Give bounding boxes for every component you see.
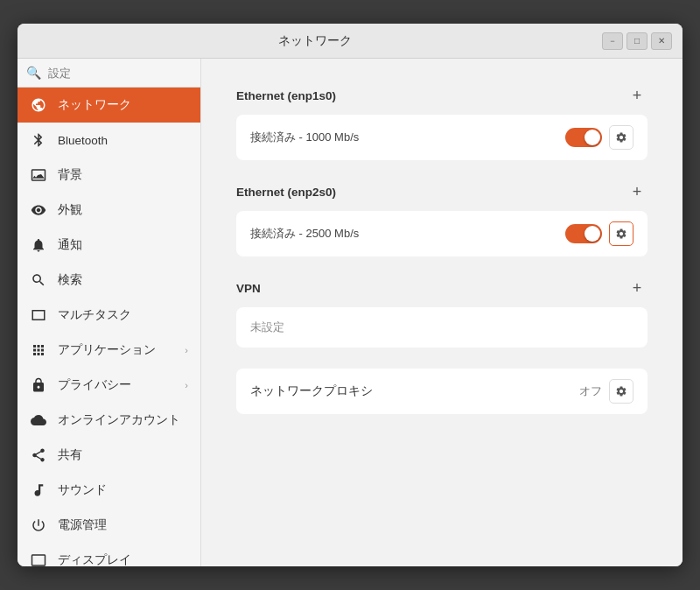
- titlebar: ネットワーク － □ ✕: [18, 24, 682, 59]
- proxy-card[interactable]: ネットワークプロキシオフ: [236, 369, 648, 414]
- bluetooth-icon: [30, 131, 47, 149]
- card-row-controls-ethernet2-0: [565, 221, 634, 246]
- card-row-label-ethernet1-0: 接続済み - 1000 Mb/s: [250, 130, 565, 145]
- applications-icon: [30, 341, 47, 359]
- section-ethernet1: Ethernet (enp1s0)+接続済み - 1000 Mb/s: [236, 85, 648, 160]
- sidebar-item-label-notifications: 通知: [58, 237, 188, 253]
- proxy-gear-button[interactable]: [609, 379, 634, 404]
- sidebar-item-search[interactable]: 検索: [18, 263, 200, 298]
- section-vpn: VPN+未設定: [236, 277, 648, 348]
- toggle-ethernet1-0[interactable]: [565, 128, 602, 147]
- sidebar-item-appearance[interactable]: 外観: [18, 193, 200, 228]
- card-ethernet1: 接続済み - 1000 Mb/s: [236, 115, 648, 160]
- sidebar-item-label-applications: アプリケーション: [58, 342, 174, 358]
- notifications-icon: [30, 236, 47, 254]
- settings-window: ネットワーク － □ ✕ 🔍 ☰ ネットワークBluetooth背景外観通知検索…: [18, 24, 682, 566]
- window-title: ネットワーク: [28, 33, 602, 49]
- maximize-button[interactable]: □: [626, 32, 648, 50]
- appearance-icon: [30, 201, 47, 219]
- section-header-vpn: VPN+: [236, 277, 648, 299]
- sidebar-item-power[interactable]: 電源管理: [18, 508, 200, 543]
- sidebar-item-sound[interactable]: サウンド: [18, 473, 200, 508]
- gear-button-ethernet2-0[interactable]: [609, 221, 634, 246]
- section-title-ethernet1: Ethernet (enp1s0): [236, 89, 336, 102]
- sidebar-item-network[interactable]: ネットワーク: [18, 88, 200, 123]
- sidebar-item-label-sharing: 共有: [58, 447, 188, 463]
- chevron-right-icon: ›: [185, 345, 188, 355]
- sidebar-item-label-multitask: マルチタスク: [58, 307, 188, 323]
- privacy-icon: [30, 376, 47, 394]
- sidebar-item-background[interactable]: 背景: [18, 158, 200, 193]
- section-add-ethernet2[interactable]: +: [626, 181, 648, 202]
- proxy-status: オフ: [579, 383, 602, 399]
- sidebar-item-label-online-accounts: オンラインアカウント: [58, 412, 188, 428]
- search-icon: 🔍: [26, 66, 41, 80]
- multitask-icon: [30, 306, 47, 324]
- sidebar-items: ネットワークBluetooth背景外観通知検索マルチタスクアプリケーション›プラ…: [18, 88, 200, 566]
- sidebar-item-label-background: 背景: [58, 167, 188, 183]
- sidebar-item-label-sound: サウンド: [58, 482, 188, 498]
- sidebar-item-applications[interactable]: アプリケーション›: [18, 333, 200, 368]
- card-row-ethernet2-0: 接続済み - 2500 Mb/s: [236, 211, 648, 256]
- vpn-empty-card: 未設定: [236, 307, 648, 348]
- sidebar-item-label-appearance: 外観: [58, 202, 188, 218]
- sidebar-item-notifications[interactable]: 通知: [18, 228, 200, 263]
- card-row-ethernet1-0: 接続済み - 1000 Mb/s: [236, 115, 648, 160]
- main-content: Ethernet (enp1s0)+接続済み - 1000 Mb/sEthern…: [201, 59, 682, 566]
- sidebar-item-multitask[interactable]: マルチタスク: [18, 298, 200, 333]
- minimize-button[interactable]: －: [602, 32, 623, 50]
- window-controls: － □ ✕: [602, 32, 672, 50]
- display-icon: [30, 551, 47, 566]
- sidebar-item-label-privacy: プライバシー: [58, 377, 174, 393]
- section-add-vpn[interactable]: +: [626, 277, 648, 299]
- sidebar-item-label-bluetooth: Bluetooth: [58, 134, 188, 147]
- sidebar-item-label-power: 電源管理: [58, 517, 188, 533]
- sidebar-item-online-accounts[interactable]: オンラインアカウント: [18, 403, 200, 438]
- sidebar: 🔍 ☰ ネットワークBluetooth背景外観通知検索マルチタスクアプリケーショ…: [18, 59, 201, 566]
- sidebar-item-display[interactable]: ディスプレイ: [18, 543, 200, 566]
- close-button[interactable]: ✕: [651, 32, 672, 50]
- sidebar-item-label-search: 検索: [58, 272, 188, 288]
- online-accounts-icon: [30, 411, 47, 429]
- sidebar-item-label-display: ディスプレイ: [58, 552, 188, 566]
- section-add-ethernet1[interactable]: +: [626, 85, 648, 106]
- sound-icon: [30, 481, 47, 499]
- section-proxy: ネットワークプロキシオフ: [236, 369, 648, 414]
- section-header-ethernet1: Ethernet (enp1s0)+: [236, 85, 648, 106]
- content-area: 🔍 ☰ ネットワークBluetooth背景外観通知検索マルチタスクアプリケーショ…: [18, 59, 682, 566]
- sidebar-search-bar: 🔍 ☰: [18, 59, 200, 88]
- section-title-vpn: VPN: [236, 282, 261, 295]
- proxy-label: ネットワークプロキシ: [250, 383, 579, 399]
- sidebar-item-bluetooth[interactable]: Bluetooth: [18, 123, 200, 158]
- toggle-ethernet2-0[interactable]: [565, 224, 602, 243]
- search-icon: [30, 271, 47, 289]
- section-ethernet2: Ethernet (enp2s0)+接続済み - 2500 Mb/s: [236, 181, 648, 256]
- card-row-label-ethernet2-0: 接続済み - 2500 Mb/s: [250, 226, 565, 242]
- search-input[interactable]: [48, 67, 195, 80]
- sidebar-item-sharing[interactable]: 共有: [18, 438, 200, 473]
- card-row-controls-ethernet1-0: [565, 125, 634, 150]
- sidebar-item-label-network: ネットワーク: [58, 97, 188, 113]
- section-header-ethernet2: Ethernet (enp2s0)+: [236, 181, 648, 202]
- network-icon: [30, 96, 47, 114]
- card-ethernet2: 接続済み - 2500 Mb/s: [236, 211, 648, 256]
- chevron-right-icon: ›: [185, 380, 188, 390]
- sharing-icon: [30, 446, 47, 464]
- section-title-ethernet2: Ethernet (enp2s0): [236, 186, 336, 199]
- gear-button-ethernet1-0[interactable]: [609, 125, 634, 150]
- sidebar-item-privacy[interactable]: プライバシー›: [18, 368, 200, 403]
- power-icon: [30, 516, 47, 534]
- background-icon: [30, 166, 47, 184]
